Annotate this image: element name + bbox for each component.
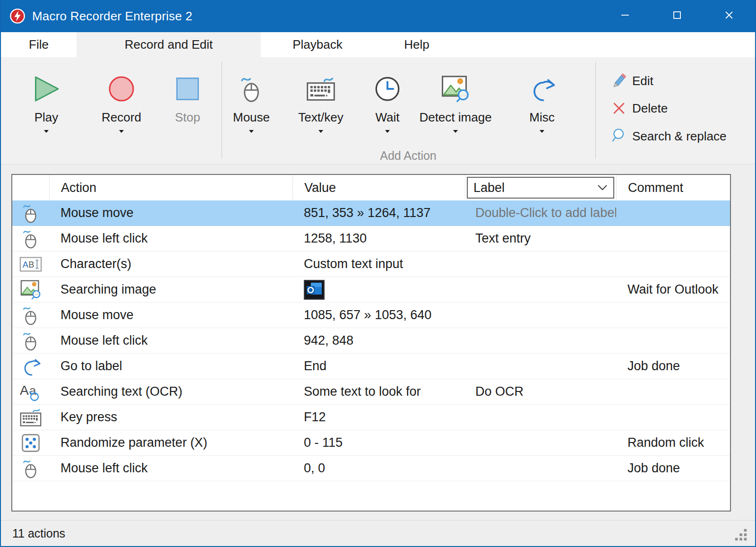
image-search-icon bbox=[415, 74, 496, 104]
misc-dropdown-arrow-icon[interactable] bbox=[540, 130, 544, 133]
row-label[interactable] bbox=[465, 252, 616, 277]
label-filter-dropdown[interactable]: Label bbox=[467, 177, 614, 199]
column-header-action[interactable]: Action bbox=[49, 175, 292, 200]
mouse-dropdown-arrow-icon[interactable] bbox=[249, 130, 254, 133]
table-row[interactable]: Key press F12 bbox=[12, 405, 730, 430]
row-label[interactable]: Double-Click to add label bbox=[465, 200, 616, 226]
row-comment bbox=[616, 379, 730, 404]
row-comment bbox=[616, 405, 730, 430]
tab-record-and-edit[interactable]: Record and Edit bbox=[77, 32, 261, 57]
dice-icon bbox=[19, 433, 42, 453]
add-wait-action-button[interactable]: Wait bbox=[359, 74, 416, 133]
search-replace-button[interactable]: Search & replace bbox=[610, 126, 726, 147]
add-textkey-action-button[interactable]: Text/key bbox=[292, 74, 349, 133]
textkey-dropdown-arrow-icon[interactable] bbox=[318, 130, 323, 133]
magnifier-icon bbox=[610, 128, 627, 145]
keyboard-icon bbox=[19, 407, 42, 428]
row-icon-cell: Aa bbox=[12, 379, 49, 404]
delete-x-icon bbox=[610, 100, 627, 117]
add-misc-action-button[interactable]: Misc bbox=[514, 74, 570, 133]
mouse-icon bbox=[19, 330, 42, 351]
row-label[interactable] bbox=[465, 354, 616, 379]
column-header-label: Label bbox=[465, 175, 616, 200]
play-button[interactable]: Play bbox=[16, 74, 77, 133]
row-comment bbox=[616, 303, 730, 328]
row-label[interactable] bbox=[465, 456, 616, 481]
outlook-logo-thumbnail bbox=[304, 280, 325, 300]
row-label[interactable]: Text entry bbox=[465, 226, 616, 251]
column-header-value[interactable]: Value bbox=[292, 175, 465, 200]
play-dropdown-arrow-icon[interactable] bbox=[44, 130, 49, 133]
column-header-icon[interactable] bbox=[12, 175, 49, 200]
resize-grip[interactable] bbox=[734, 528, 748, 542]
row-icon-cell bbox=[12, 405, 49, 430]
ocr-icon: Aa bbox=[19, 382, 42, 402]
row-value: 851, 353 » 1264, 1137 bbox=[292, 200, 465, 226]
edit-button[interactable]: Edit bbox=[610, 70, 653, 91]
app-window: Macro Recorder Enterprise 2 File Record … bbox=[0, 0, 756, 547]
wait-dropdown-arrow-icon[interactable] bbox=[385, 130, 390, 133]
svg-text:A: A bbox=[23, 260, 29, 269]
row-comment bbox=[616, 200, 730, 226]
row-label[interactable] bbox=[465, 328, 616, 353]
row-value: End bbox=[292, 354, 465, 379]
tab-help[interactable]: Help bbox=[374, 32, 459, 57]
row-icon-cell bbox=[12, 456, 49, 481]
minimize-button[interactable] bbox=[599, 0, 651, 32]
row-label[interactable] bbox=[465, 430, 616, 455]
row-label[interactable]: Do OCR bbox=[465, 379, 616, 404]
table-row[interactable]: Go to label End Job done bbox=[12, 354, 730, 379]
row-icon-cell: AB bbox=[12, 252, 49, 277]
ribbon-tabbar: File Record and Edit Playback Help bbox=[1, 32, 755, 57]
characters-icon: AB bbox=[19, 254, 42, 275]
row-label[interactable] bbox=[465, 405, 616, 430]
record-icon bbox=[91, 74, 152, 104]
table-row[interactable]: Aa Searching text (OCR) Some text to loo… bbox=[12, 379, 730, 405]
add-action-group-label: Add Action bbox=[330, 149, 486, 163]
window-controls bbox=[599, 0, 755, 32]
add-mouse-action-button[interactable]: Mouse bbox=[223, 74, 280, 133]
record-button[interactable]: Record bbox=[91, 74, 152, 133]
table-row[interactable]: Mouse move 851, 353 » 1264, 1137 Double-… bbox=[12, 200, 730, 226]
row-value bbox=[292, 277, 465, 302]
table-row[interactable]: Searching image Wait for Outlook bbox=[12, 277, 730, 303]
action-table-body: Mouse move 851, 353 » 1264, 1137 Double-… bbox=[12, 200, 730, 481]
column-header-comment[interactable]: Comment bbox=[616, 175, 730, 200]
row-label[interactable] bbox=[465, 303, 616, 328]
maximize-button[interactable] bbox=[651, 0, 703, 32]
table-row[interactable]: Mouse left click 942, 848 bbox=[12, 328, 730, 354]
row-comment bbox=[616, 252, 730, 277]
record-dropdown-arrow-icon[interactable] bbox=[119, 130, 124, 133]
table-row[interactable]: Mouse left click 1258, 1130 Text entry bbox=[12, 226, 730, 252]
row-value: Custom text input bbox=[292, 252, 465, 277]
row-value: 1085, 657 » 1053, 640 bbox=[292, 303, 465, 328]
add-detect-image-action-button[interactable]: Detect image bbox=[415, 74, 496, 133]
row-action: Mouse move bbox=[49, 303, 292, 328]
ribbon: Play Record Stop Mouse Text/key Wait bbox=[1, 57, 755, 165]
close-button[interactable] bbox=[703, 0, 755, 32]
tab-playback[interactable]: Playback bbox=[261, 32, 374, 57]
action-count: 11 actions bbox=[12, 527, 65, 540]
row-action: Go to label bbox=[49, 354, 292, 379]
tab-file[interactable]: File bbox=[1, 32, 77, 57]
mouse-icon bbox=[19, 203, 42, 224]
row-action: Searching text (OCR) bbox=[49, 379, 292, 404]
row-comment: Wait for Outlook bbox=[616, 277, 730, 302]
table-row[interactable]: Randomize parameter (X) 0 - 115 Random c… bbox=[12, 430, 730, 456]
table-row[interactable]: Mouse left click 0, 0 Job done bbox=[12, 456, 730, 481]
svg-text:A: A bbox=[20, 383, 29, 398]
row-icon-cell bbox=[12, 303, 49, 328]
row-label[interactable] bbox=[465, 277, 616, 302]
table-row[interactable]: Mouse move 1085, 657 » 1053, 640 bbox=[12, 303, 730, 328]
close-icon bbox=[723, 9, 735, 23]
row-comment bbox=[616, 226, 730, 251]
row-action: Mouse left click bbox=[49, 226, 292, 251]
delete-button[interactable]: Delete bbox=[610, 98, 668, 119]
row-action: Character(s) bbox=[49, 252, 292, 277]
row-value: 0, 0 bbox=[292, 456, 465, 481]
detect-image-dropdown-arrow-icon[interactable] bbox=[453, 130, 458, 133]
stop-button: Stop bbox=[157, 74, 218, 125]
table-row[interactable]: AB Character(s) Custom text input bbox=[12, 252, 730, 277]
row-action: Key press bbox=[49, 405, 292, 430]
maximize-icon bbox=[671, 9, 683, 23]
